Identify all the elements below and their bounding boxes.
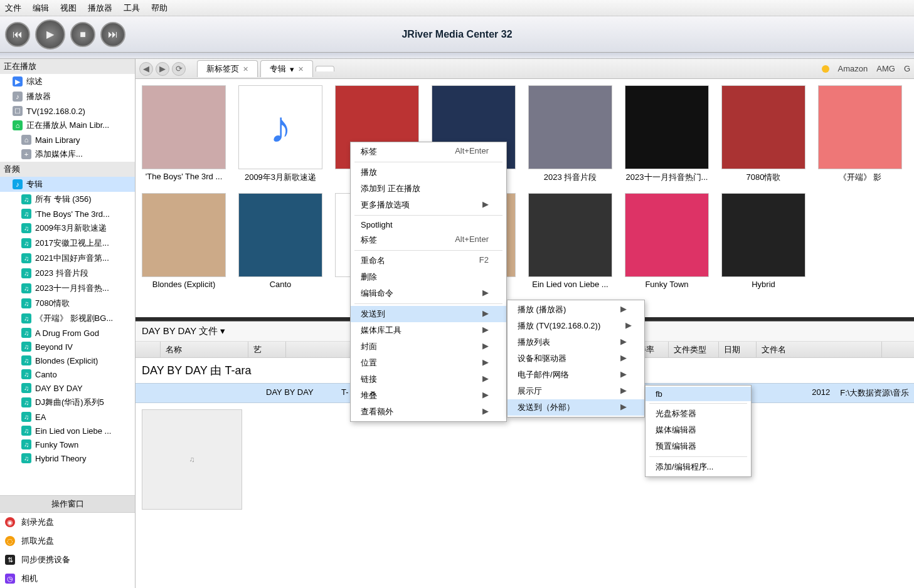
- album-tile[interactable]: ♪2009年3月新歌速递: [238, 85, 322, 183]
- link-amg[interactable]: AMG: [876, 64, 895, 73]
- menu-item[interactable]: 编辑命令▶: [351, 285, 506, 302]
- action-item[interactable]: ◷相机: [0, 569, 135, 588]
- menu-item[interactable]: fb: [646, 387, 751, 401]
- tab-new[interactable]: 新标签页✕: [197, 60, 258, 77]
- sidebar-item-album[interactable]: ♫Hybrid Theory: [0, 451, 135, 465]
- column-header[interactable]: [136, 342, 161, 357]
- menu-item[interactable]: 堆叠▶: [351, 387, 506, 404]
- column-header[interactable]: 文件名: [757, 342, 882, 357]
- menu-item[interactable]: 更多播放选项▶: [351, 197, 506, 213]
- column-header[interactable]: 名称: [161, 342, 248, 357]
- close-icon[interactable]: ✕: [298, 65, 304, 73]
- tab-album[interactable]: 专辑 ▾ ✕: [260, 60, 313, 77]
- tab-blank[interactable]: [316, 66, 334, 71]
- menu-item[interactable]: 添加到 正在播放: [351, 181, 506, 197]
- album-tile[interactable]: 'The Boys' The 3rd ...: [142, 85, 226, 183]
- action-item[interactable]: ◌抓取光盘: [0, 532, 135, 550]
- menu-item[interactable]: 位置▶: [351, 355, 506, 371]
- sidebar-item-album[interactable]: ♫'The Boys' The 3rd...: [0, 207, 135, 221]
- sidebar-item[interactable]: +添加媒体库...: [0, 147, 135, 162]
- nav-back-button[interactable]: ◀: [139, 62, 153, 76]
- album-tile[interactable]: 2023十一月抖音热门...: [625, 85, 709, 183]
- sidebar-item-album[interactable]: ♫2009年3月新歌速递: [0, 221, 135, 236]
- sidebar-item-album-root[interactable]: ♪ 专辑: [0, 177, 135, 192]
- sidebar-item-album[interactable]: ♫2023十一月抖音热...: [0, 281, 135, 296]
- sidebar-item-album[interactable]: ♫Ein Lied von Liebe ...: [0, 424, 135, 438]
- menu-item[interactable]: 发送到▶: [351, 306, 506, 322]
- menu-item[interactable]: 播放: [351, 164, 506, 181]
- sidebar-item-album[interactable]: ♫2017安徽卫视上星...: [0, 236, 135, 251]
- close-icon[interactable]: ✕: [243, 65, 248, 73]
- seek-bar[interactable]: [0, 53, 914, 59]
- menu-item[interactable]: 标签Alt+Enter: [351, 144, 506, 160]
- next-button[interactable]: ⏭: [100, 22, 125, 47]
- link-g[interactable]: G: [904, 64, 910, 73]
- album-tile[interactable]: Canto: [238, 193, 322, 289]
- menu-item[interactable]: 播放 (TV(192.168.0.2))▶: [507, 318, 644, 334]
- sidebar-item-album[interactable]: ♫2021中国好声音第...: [0, 251, 135, 266]
- column-header[interactable]: 艺: [248, 342, 286, 357]
- album-tile[interactable]: Hybrid: [721, 193, 805, 289]
- stop-button[interactable]: ■: [70, 22, 95, 47]
- sidebar-item-album[interactable]: ♫Funky Town: [0, 438, 135, 451]
- action-item[interactable]: ◉刻录光盘: [0, 513, 135, 532]
- album-tile[interactable]: Funky Town: [625, 193, 709, 289]
- album-tile[interactable]: Ein Lied von Liebe ...: [528, 193, 612, 289]
- menu-帮助[interactable]: 帮助: [151, 3, 167, 14]
- menu-文件[interactable]: 文件: [5, 3, 21, 14]
- sidebar-item-album[interactable]: ♫EA: [0, 410, 135, 424]
- context-menu: 标签Alt+Enter播放添加到 正在播放更多播放选项▶Spotlight标签A…: [350, 142, 507, 422]
- album-tile[interactable]: 2023 抖音片段: [528, 85, 612, 183]
- sidebar-item-album[interactable]: ♫Blondes (Explicit): [0, 354, 135, 367]
- album-tile[interactable]: Blondes (Explicit): [142, 193, 226, 289]
- album-tile[interactable]: 7080情歌: [721, 85, 805, 183]
- menu-item[interactable]: Spotlight: [351, 218, 506, 232]
- sidebar-item-album[interactable]: ♫所有 专辑 (356): [0, 192, 135, 207]
- prev-button[interactable]: ⏮: [5, 22, 30, 47]
- sidebar-item-album[interactable]: ♫《开端》 影视剧BG...: [0, 311, 135, 326]
- sidebar-item-album[interactable]: ♫7080情歌: [0, 296, 135, 311]
- menu-item[interactable]: 封面▶: [351, 339, 506, 355]
- column-header[interactable]: 日期: [719, 342, 757, 357]
- sidebar-item[interactable]: ☐TV(192.168.0.2): [0, 104, 135, 118]
- menu-item[interactable]: 光盘标签器: [646, 406, 751, 422]
- sidebar-item-album[interactable]: ♫DAY BY DAY: [0, 381, 135, 395]
- menu-item[interactable]: 查看额外▶: [351, 404, 506, 420]
- nav-refresh-button[interactable]: ⟳: [172, 62, 186, 76]
- link-amazon[interactable]: Amazon: [838, 64, 868, 73]
- column-header[interactable]: 文件类型: [669, 342, 719, 357]
- sidebar-item[interactable]: ⌂Main Library: [0, 133, 135, 147]
- menu-item[interactable]: 添加/编辑程序...: [646, 459, 751, 475]
- menu-item[interactable]: 媒体库工具▶: [351, 322, 506, 339]
- menu-编辑[interactable]: 编辑: [33, 3, 49, 14]
- sidebar-item-album[interactable]: ♫Beyond IV: [0, 340, 135, 354]
- menu-item[interactable]: 预置编辑器: [646, 438, 751, 454]
- sidebar-item-album[interactable]: ♫2023 抖音片段: [0, 266, 135, 281]
- nav-fwd-button[interactable]: ▶: [156, 62, 169, 76]
- menu-item[interactable]: 链接▶: [351, 371, 506, 387]
- menu-item[interactable]: 设备和驱动器▶: [507, 350, 644, 367]
- action-item[interactable]: ⇅同步便携设备: [0, 550, 135, 569]
- sidebar-item[interactable]: ♪播放器: [0, 89, 135, 104]
- menu-item[interactable]: 删除: [351, 269, 506, 285]
- menu-item[interactable]: 重命名F2: [351, 253, 506, 269]
- menu-item[interactable]: 播放列表▶: [507, 334, 644, 350]
- sidebar-item-album[interactable]: ♫Canto: [0, 367, 135, 381]
- sidebar-item-album[interactable]: ♫DJ舞曲(华语)系列5: [0, 395, 135, 410]
- sidebar-item[interactable]: ⌂正在播放从 Main Libr...: [0, 118, 135, 133]
- album-tile[interactable]: 《开端》 影: [818, 85, 902, 183]
- menu-item[interactable]: 发送到（外部）▶: [507, 399, 644, 416]
- menu-item[interactable]: 标签Alt+Enter: [351, 232, 506, 248]
- menu-播放器[interactable]: 播放器: [88, 3, 112, 14]
- menu-item[interactable]: 播放 (播放器)▶: [507, 302, 644, 318]
- menu-工具[interactable]: 工具: [124, 3, 140, 14]
- sidebar-item-label: 2023 抖音片段: [35, 268, 88, 279]
- menu-item[interactable]: 展示厅▶: [507, 383, 644, 399]
- album-title: 2023十一月抖音热门...: [625, 172, 709, 183]
- play-button[interactable]: ▶: [35, 19, 65, 50]
- menu-item[interactable]: 电子邮件/网络▶: [507, 367, 644, 383]
- sidebar-item[interactable]: ▶综述: [0, 74, 135, 89]
- sidebar-item-album[interactable]: ♫A Drug From God: [0, 326, 135, 340]
- menu-视图[interactable]: 视图: [60, 3, 77, 14]
- menu-item[interactable]: 媒体编辑器: [646, 422, 751, 438]
